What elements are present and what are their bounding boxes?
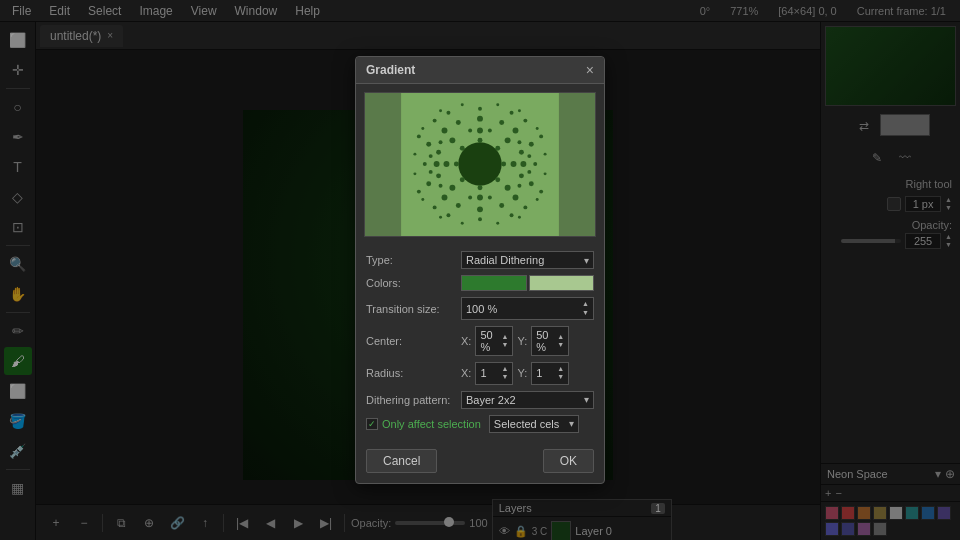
radius-label: Radius: [366, 367, 461, 379]
svg-point-27 [513, 128, 519, 134]
transition-spinbox[interactable]: 100 % ▲ ▼ [461, 297, 594, 320]
svg-point-38 [423, 162, 427, 166]
radius-y-up[interactable]: ▲ [557, 365, 564, 373]
svg-point-81 [496, 222, 499, 225]
radius-x-up[interactable]: ▲ [501, 365, 508, 373]
svg-point-58 [439, 141, 443, 145]
svg-point-11 [511, 161, 517, 167]
type-dropdown-value: Radial Dithering [466, 254, 544, 266]
svg-point-1 [458, 143, 501, 186]
dither-dropdown-arrow: ▾ [584, 394, 589, 405]
svg-point-48 [417, 190, 421, 194]
affect-dropdown[interactable]: Selected cels ▾ [489, 415, 579, 433]
svg-point-71 [536, 127, 539, 130]
radius-y-label: Y: [517, 367, 527, 379]
transition-down[interactable]: ▼ [582, 309, 589, 317]
svg-point-66 [413, 153, 416, 156]
svg-point-20 [436, 174, 441, 179]
cancel-button[interactable]: Cancel [366, 449, 437, 473]
dialog-overlay: Gradient × [0, 0, 960, 540]
svg-point-23 [520, 161, 526, 167]
svg-point-8 [460, 178, 465, 183]
svg-point-4 [478, 138, 483, 143]
radius-x-value: 1 [480, 367, 486, 379]
radius-y-input[interactable]: 1 ▲ ▼ [531, 362, 569, 385]
dialog-titlebar: Gradient × [356, 57, 604, 84]
dither-dropdown[interactable]: Bayer 2x2 ▾ [461, 391, 594, 409]
svg-point-35 [499, 120, 504, 125]
center-y-input[interactable]: 50 % ▲ ▼ [531, 326, 569, 356]
svg-point-2 [454, 162, 459, 167]
svg-point-79 [496, 104, 499, 107]
center-x-label: X: [461, 335, 471, 347]
svg-point-78 [461, 104, 464, 107]
center-y-down[interactable]: ▼ [557, 341, 564, 349]
radius-x-down[interactable]: ▼ [501, 373, 508, 381]
svg-point-7 [495, 146, 500, 151]
radius-y-value: 1 [536, 367, 542, 379]
svg-point-49 [539, 190, 543, 194]
svg-point-44 [433, 206, 437, 210]
svg-point-56 [468, 196, 472, 200]
affect-dropdown-arrow: ▾ [569, 418, 574, 429]
center-x-input[interactable]: 50 % ▲ ▼ [475, 326, 513, 356]
svg-point-77 [518, 216, 521, 219]
svg-point-25 [477, 207, 483, 213]
svg-point-75 [518, 109, 521, 112]
svg-point-72 [421, 198, 424, 201]
svg-point-21 [519, 174, 524, 179]
svg-point-6 [460, 146, 465, 151]
svg-point-69 [544, 173, 547, 176]
svg-point-53 [510, 214, 514, 218]
transition-label: Transition size: [366, 303, 461, 315]
svg-point-39 [533, 162, 537, 166]
svg-point-22 [434, 161, 440, 167]
svg-point-16 [449, 185, 455, 191]
affect-checkbox[interactable] [366, 418, 378, 430]
svg-point-51 [510, 111, 514, 115]
svg-point-67 [544, 153, 547, 156]
radius-y-down[interactable]: ▼ [557, 373, 564, 381]
center-y-value: 50 % [536, 329, 557, 353]
colors-field-row: Colors: [366, 275, 594, 291]
radius-x-input[interactable]: 1 ▲ ▼ [475, 362, 513, 385]
svg-point-13 [477, 195, 483, 201]
dialog-close-button[interactable]: × [586, 63, 594, 77]
dialog-buttons: Cancel OK [356, 449, 604, 483]
transition-value: 100 % [466, 303, 497, 315]
svg-point-10 [444, 161, 450, 167]
svg-point-73 [536, 198, 539, 201]
center-x-up[interactable]: ▲ [501, 333, 508, 341]
type-dropdown[interactable]: Radial Dithering ▾ [461, 251, 594, 269]
dither-field-row: Dithering pattern: Bayer 2x2 ▾ [366, 391, 594, 409]
svg-point-80 [461, 222, 464, 225]
svg-point-57 [488, 196, 492, 200]
svg-point-31 [529, 142, 534, 147]
svg-point-64 [429, 170, 433, 174]
svg-point-33 [529, 181, 534, 186]
svg-point-76 [439, 216, 442, 219]
svg-point-18 [436, 150, 441, 155]
svg-point-62 [429, 154, 433, 158]
dither-value: Bayer 2x2 [466, 394, 516, 406]
svg-point-42 [433, 119, 437, 123]
svg-point-34 [456, 120, 461, 125]
svg-point-36 [456, 203, 461, 208]
dialog-body: Type: Radial Dithering ▾ Colors: Trans [356, 245, 604, 449]
svg-point-24 [477, 116, 483, 122]
type-label: Type: [366, 254, 461, 266]
color1-swatch[interactable] [461, 275, 527, 291]
svg-point-9 [495, 178, 500, 183]
center-x-down[interactable]: ▼ [501, 341, 508, 349]
svg-point-59 [517, 141, 521, 145]
svg-point-47 [539, 135, 543, 139]
transition-up[interactable]: ▲ [582, 300, 589, 308]
svg-point-29 [513, 195, 519, 201]
ok-button[interactable]: OK [543, 449, 594, 473]
affect-value: Selected cels [494, 418, 559, 430]
gradient-dialog: Gradient × [355, 56, 605, 484]
affect-label: Only affect selection [382, 418, 481, 430]
dialog-title: Gradient [366, 63, 415, 77]
center-y-up[interactable]: ▲ [557, 333, 564, 341]
color2-swatch[interactable] [529, 275, 595, 291]
